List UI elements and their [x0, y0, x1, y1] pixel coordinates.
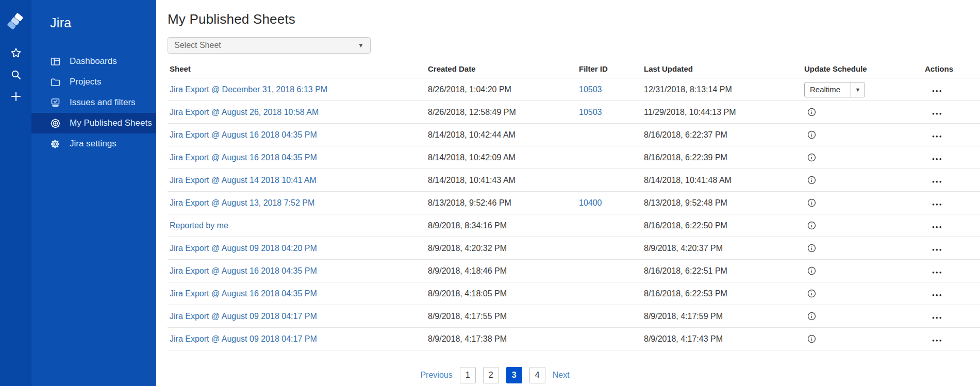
schedule-info-icon[interactable] — [807, 334, 816, 343]
sidebar-nav: DashboardsProjectsIssues and filtersMy P… — [31, 51, 156, 154]
schedule-info-icon[interactable] — [807, 244, 816, 253]
last-updated-cell: 8/16/2018, 6:22:39 PM — [642, 153, 802, 162]
target-icon — [50, 118, 61, 129]
filter-id-link[interactable]: 10400 — [579, 198, 602, 207]
schedule-info-icon[interactable] — [807, 198, 816, 207]
chevron-down-icon[interactable]: ▼ — [851, 82, 865, 97]
sidebar-item-label: My Published Sheets — [70, 118, 152, 128]
sheet-link[interactable]: Jira Export @ August 16 2018 04:35 PM — [170, 153, 317, 162]
sidebar-item-label: Jira settings — [70, 139, 117, 149]
page-button-4[interactable]: 4 — [529, 367, 545, 383]
created-date-cell: 8/9/2018, 4:17:38 PM — [426, 334, 577, 344]
filter-id-link[interactable]: 10503 — [579, 108, 602, 116]
last-updated-cell: 12/31/2018, 8:13:14 PM — [642, 85, 802, 94]
search-icon[interactable] — [7, 66, 25, 83]
sheet-link[interactable]: Jira Export @ December 31, 2018 6:13 PM — [170, 85, 327, 94]
created-date-cell: 8/9/2018, 4:17:55 PM — [426, 312, 577, 321]
last-updated-cell: 8/16/2018, 6:22:53 PM — [642, 289, 802, 298]
created-date-cell: 8/26/2018, 12:58:49 PM — [426, 108, 577, 117]
more-actions-icon[interactable]: ●●● — [925, 247, 943, 252]
sidebar-item-label: Issues and filters — [70, 97, 136, 108]
sidebar-item-my-published-sheets[interactable]: My Published Sheets — [31, 113, 156, 133]
select-sheet-placeholder: Select Sheet — [174, 41, 221, 50]
chevron-down-icon: ▼ — [358, 42, 364, 49]
table-row: Jira Export @ August 14 2018 10:41 AM8/1… — [168, 169, 980, 192]
schedule-info-icon[interactable] — [807, 312, 816, 321]
plus-icon[interactable] — [7, 88, 25, 105]
global-icon-bar — [0, 0, 31, 386]
star-icon[interactable] — [7, 44, 25, 62]
sidebar-app-title: Jira — [31, 0, 156, 30]
schedule-info-icon[interactable] — [807, 176, 816, 184]
sheet-link[interactable]: Jira Export @ August 13, 2018 7:52 PM — [170, 198, 314, 207]
pagination: Previous 1234 Next — [168, 367, 822, 383]
more-actions-icon[interactable]: ●●● — [925, 270, 943, 275]
table-row: Jira Export @ August 16 2018 04:35 PM8/9… — [168, 282, 980, 305]
page-title: My Published Sheets — [168, 11, 980, 27]
dashboard-icon — [50, 56, 61, 67]
sidebar: Jira DashboardsProjectsIssues and filter… — [31, 0, 156, 386]
select-sheet-dropdown[interactable]: Select Sheet ▼ — [168, 37, 371, 54]
sheet-link[interactable]: Jira Export @ August 14 2018 10:41 AM — [170, 176, 317, 184]
schedule-info-icon[interactable] — [807, 289, 816, 298]
more-actions-icon[interactable]: ●●● — [925, 157, 943, 161]
more-actions-icon[interactable]: ●●● — [925, 202, 943, 207]
update-schedule-value: Realtime — [805, 82, 851, 97]
created-date-cell: 8/14/2018, 10:42:44 AM — [426, 130, 577, 140]
sheet-link[interactable]: Jira Export @ August 26, 2018 10:58 AM — [170, 108, 319, 116]
sidebar-item-label: Dashboards — [70, 56, 117, 66]
last-updated-cell: 8/16/2018, 6:22:37 PM — [642, 130, 802, 140]
sheets-table: Sheet Created Date Filter ID Last Update… — [168, 60, 980, 350]
last-updated-cell: 8/16/2018, 6:22:50 PM — [642, 221, 802, 230]
table-row: Jira Export @ August 09 2018 04:17 PM8/9… — [168, 328, 980, 350]
page-button-3[interactable]: 3 — [506, 367, 522, 383]
schedule-info-icon[interactable] — [807, 108, 816, 116]
previous-page-link[interactable]: Previous — [420, 371, 452, 380]
schedule-info-icon[interactable] — [807, 153, 816, 162]
sheet-link[interactable]: Jira Export @ August 16 2018 04:35 PM — [170, 130, 317, 139]
app-root: Jira DashboardsProjectsIssues and filter… — [0, 0, 980, 386]
last-updated-cell: 8/16/2018, 6:22:51 PM — [642, 266, 802, 276]
sidebar-item-issues-and-filters[interactable]: Issues and filters — [31, 92, 156, 113]
filter-id-link[interactable]: 10503 — [579, 85, 602, 94]
sidebar-item-jira-settings[interactable]: Jira settings — [31, 133, 156, 154]
issues-icon — [50, 97, 61, 108]
more-actions-icon[interactable]: ●●● — [925, 179, 943, 184]
schedule-info-icon[interactable] — [807, 221, 816, 230]
created-date-cell: 8/9/2018, 8:34:16 PM — [426, 221, 577, 230]
sheet-link[interactable]: Jira Export @ August 16 2018 04:35 PM — [170, 289, 317, 298]
more-actions-icon[interactable]: ●●● — [925, 315, 943, 320]
sheet-link[interactable]: Jira Export @ August 09 2018 04:20 PM — [170, 244, 317, 253]
col-header-sheet: Sheet — [168, 64, 426, 73]
sheet-link[interactable]: Jira Export @ August 09 2018 04:17 PM — [170, 334, 317, 343]
last-updated-cell: 8/9/2018, 4:20:37 PM — [642, 244, 802, 253]
created-date-cell: 8/13/2018, 9:52:46 PM — [426, 198, 577, 208]
more-actions-icon[interactable]: ●●● — [925, 338, 943, 343]
table-row: Jira Export @ August 16 2018 04:35 PM8/1… — [168, 124, 980, 146]
sheet-link[interactable]: Jira Export @ August 09 2018 04:17 PM — [170, 312, 317, 321]
more-actions-icon[interactable]: ●●● — [925, 89, 943, 93]
page-button-1[interactable]: 1 — [460, 367, 476, 383]
created-date-cell: 8/14/2018, 10:41:43 AM — [426, 176, 577, 185]
more-actions-icon[interactable]: ●●● — [925, 225, 943, 229]
sheet-link[interactable]: Jira Export @ August 16 2018 04:35 PM — [170, 266, 317, 275]
more-actions-icon[interactable]: ●●● — [925, 134, 943, 139]
more-actions-icon[interactable]: ●●● — [925, 111, 943, 116]
sidebar-item-dashboards[interactable]: Dashboards — [31, 51, 156, 72]
schedule-info-icon[interactable] — [807, 130, 816, 139]
col-header-update-schedule: Update Schedule — [802, 64, 923, 73]
sheet-link[interactable]: Reported by me — [170, 221, 228, 230]
next-page-link[interactable]: Next — [553, 371, 570, 380]
table-row: Jira Export @ August 26, 2018 10:58 AM8/… — [168, 101, 980, 124]
update-schedule-select[interactable]: Realtime▼ — [804, 82, 865, 97]
last-updated-cell: 11/29/2018, 10:44:13 PM — [642, 108, 802, 117]
table-row: Jira Export @ August 16 2018 04:35 PM8/9… — [168, 260, 980, 282]
more-actions-icon[interactable]: ●●● — [925, 293, 943, 297]
jira-logo-icon[interactable] — [7, 12, 25, 30]
sidebar-item-projects[interactable]: Projects — [31, 72, 156, 92]
page-button-2[interactable]: 2 — [483, 367, 499, 383]
schedule-info-icon[interactable] — [807, 266, 816, 275]
created-date-cell: 8/26/2018, 1:04:20 PM — [426, 85, 577, 94]
folder-icon — [50, 77, 61, 88]
gear-icon — [50, 139, 61, 149]
